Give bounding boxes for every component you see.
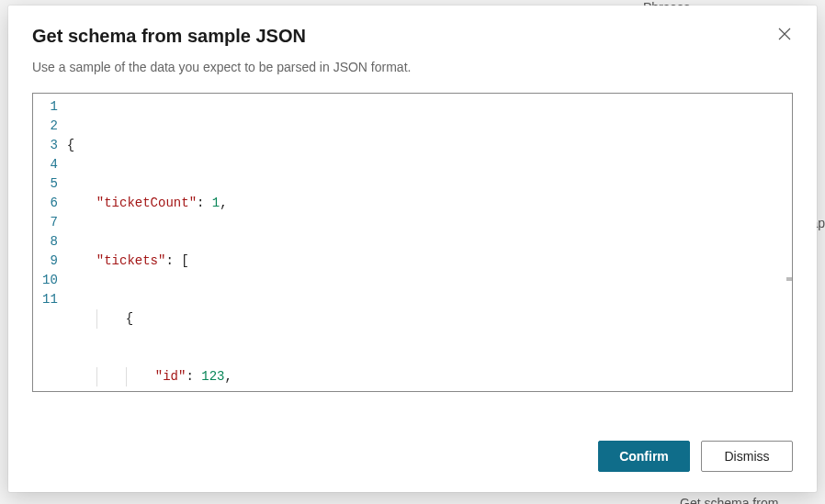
- modal-subtitle: Use a sample of the data you expect to b…: [8, 47, 817, 74]
- dismiss-button[interactable]: Dismiss: [701, 441, 793, 472]
- close-button[interactable]: [773, 22, 797, 46]
- code-content[interactable]: { "ticketCount": 1, "tickets": [ { "id":…: [65, 94, 792, 391]
- confirm-button[interactable]: Confirm: [598, 441, 690, 472]
- modal-footer: Confirm Dismiss: [8, 424, 817, 492]
- get-schema-modal: Get schema from sample JSON Use a sample…: [8, 6, 817, 492]
- bg-bottom-label: Get schema from: [680, 496, 778, 504]
- modal-header: Get schema from sample JSON: [8, 6, 817, 47]
- json-editor[interactable]: 1234567891011 { "ticketCount": 1, "ticke…: [32, 93, 793, 392]
- modal-title: Get schema from sample JSON: [32, 26, 306, 47]
- line-gutter: 1234567891011: [33, 94, 65, 391]
- close-icon: [778, 28, 791, 40]
